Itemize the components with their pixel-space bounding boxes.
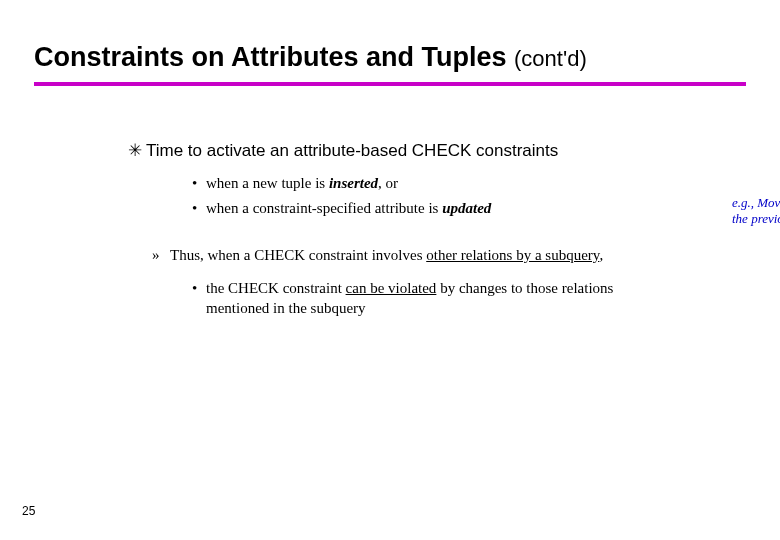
note-line2: the previous example bbox=[732, 211, 780, 226]
star-icon: ✳ bbox=[128, 140, 146, 161]
subbullet-inserted: when a new tuple is inserted, or bbox=[192, 175, 748, 192]
slide: Constraints on Attributes and Tuples (co… bbox=[0, 0, 780, 540]
thus-b: other relations by a subquery bbox=[426, 247, 599, 263]
subbullet-updated: when a constraint-specified attribute is… bbox=[192, 200, 748, 217]
bullet-time-text: Time to activate an attribute-based CHEC… bbox=[146, 141, 558, 160]
thus-bullet: Thus, when a CHECK constraint involves o… bbox=[152, 247, 748, 264]
title-contd: (cont'd) bbox=[514, 46, 587, 71]
sub2-b: updated bbox=[442, 200, 491, 216]
thus-a: Thus, when a CHECK constraint involves bbox=[170, 247, 426, 263]
title-rule bbox=[34, 82, 746, 86]
thus-wrap: Thus, when a CHECK constraint involves o… bbox=[128, 247, 748, 319]
consequence-bullet: the CHECK constraint can be violated by … bbox=[192, 278, 632, 319]
page-number: 25 bbox=[22, 504, 35, 518]
sub2-a: when a constraint-specified attribute is bbox=[206, 200, 442, 216]
consq-a: the CHECK constraint bbox=[206, 280, 346, 296]
bullet-time: ✳Time to activate an attribute-based CHE… bbox=[128, 140, 748, 161]
example-note: e.g., Movie.Exec in the previous example bbox=[732, 195, 780, 228]
title-main: Constraints on Attributes and Tuples bbox=[34, 42, 507, 72]
slide-body: ✳Time to activate an attribute-based CHE… bbox=[128, 140, 748, 319]
thus-c: , bbox=[599, 247, 603, 263]
sub1-b: inserted bbox=[329, 175, 378, 191]
consq-b: can be violated bbox=[346, 280, 437, 296]
note-line1: e.g., Movie.Exec in bbox=[732, 195, 780, 210]
title-wrap: Constraints on Attributes and Tuples (co… bbox=[34, 42, 746, 73]
slide-title: Constraints on Attributes and Tuples (co… bbox=[34, 42, 746, 73]
sub1-c: , or bbox=[378, 175, 398, 191]
sub1-a: when a new tuple is bbox=[206, 175, 329, 191]
